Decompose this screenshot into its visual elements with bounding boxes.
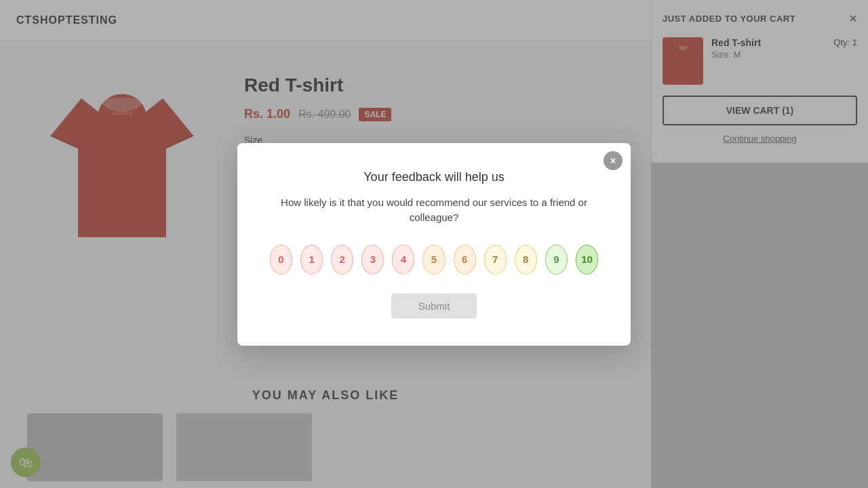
rating-button-4[interactable]: 4 xyxy=(392,245,414,274)
rating-button-5[interactable]: 5 xyxy=(422,245,445,274)
rating-button-9[interactable]: 9 xyxy=(545,245,568,274)
rating-button-7[interactable]: 7 xyxy=(484,245,507,274)
rating-button-1[interactable]: 1 xyxy=(300,245,323,274)
rating-button-2[interactable]: 2 xyxy=(331,245,353,274)
modal-close-button[interactable]: × xyxy=(604,151,623,170)
submit-button[interactable]: Submit xyxy=(391,293,477,319)
feedback-modal: × Your feedback will help us How likely … xyxy=(237,143,631,346)
rating-button-10[interactable]: 10 xyxy=(576,245,598,274)
rating-button-0[interactable]: 0 xyxy=(270,245,292,274)
rating-button-6[interactable]: 6 xyxy=(454,245,476,274)
modal-question: How likely is it that you would recommen… xyxy=(270,195,598,226)
rating-button-8[interactable]: 8 xyxy=(515,245,537,274)
rating-button-3[interactable]: 3 xyxy=(361,245,384,274)
rating-row: 012345678910 xyxy=(270,245,598,274)
modal-overlay: × Your feedback will help us How likely … xyxy=(0,0,868,488)
modal-title: Your feedback will help us xyxy=(270,170,598,184)
